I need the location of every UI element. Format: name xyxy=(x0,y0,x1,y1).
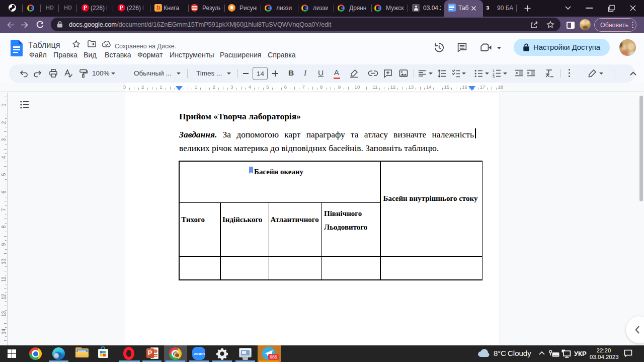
svg-text:3: 3 xyxy=(493,75,495,78)
